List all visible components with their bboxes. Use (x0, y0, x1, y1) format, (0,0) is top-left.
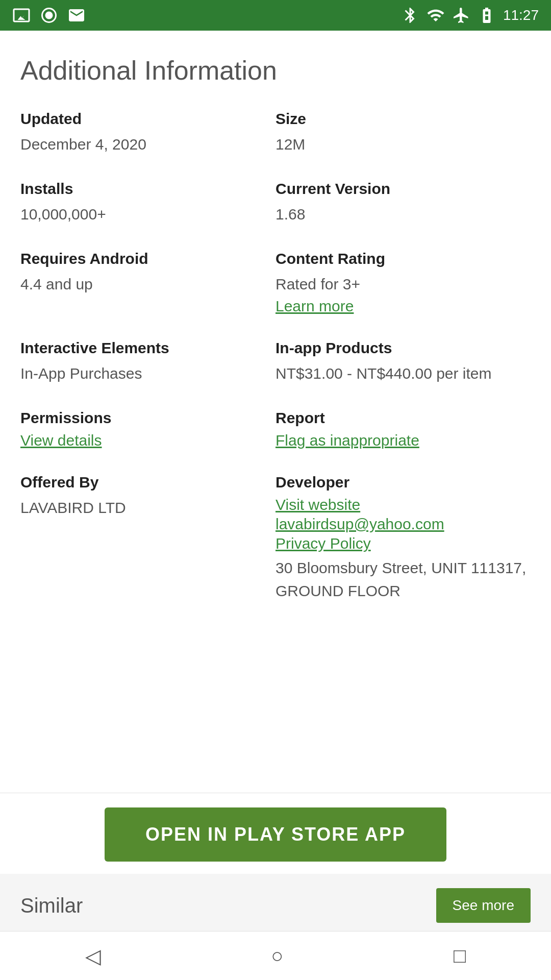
bluetooth-icon (401, 6, 419, 24)
current-version-cell: Current Version 1.68 (276, 180, 531, 250)
home-nav-icon[interactable]: ○ (271, 944, 283, 967)
interactive-elements-cell: Interactive Elements In-App Purchases (20, 339, 276, 409)
size-value: 12M (276, 133, 531, 156)
permissions-label: Permissions (20, 409, 276, 427)
current-version-label: Current Version (276, 180, 531, 198)
flag-inappropriate-link[interactable]: Flag as inappropriate (276, 432, 531, 449)
back-nav-icon[interactable]: ◁ (85, 944, 101, 968)
developer-address: 30 Bloomsbury Street, UNIT 111317, GROUN… (276, 556, 531, 602)
nav-bar: ◁ ○ □ (0, 931, 551, 980)
svg-point-1 (45, 12, 53, 19)
info-grid: Updated December 4, 2020 Size 12M Instal… (20, 110, 531, 627)
content-rating-value: Rated for 3+ (276, 273, 531, 296)
status-bar: 11:27 (0, 0, 551, 31)
status-time: 11:27 (503, 7, 539, 23)
status-bar-right: 11:27 (401, 6, 539, 24)
status-bar-left (12, 6, 86, 24)
page-title: Additional Information (20, 55, 531, 86)
visit-website-link[interactable]: Visit website (276, 496, 531, 513)
recents-nav-icon[interactable]: □ (454, 944, 466, 967)
installs-label: Installs (20, 180, 276, 198)
learn-more-link[interactable]: Learn more (276, 298, 531, 315)
size-label: Size (276, 110, 531, 128)
interactive-elements-value: In-App Purchases (20, 362, 276, 385)
size-cell: Size 12M (276, 110, 531, 180)
wifi-icon (427, 6, 445, 24)
developer-label: Developer (276, 474, 531, 491)
view-details-link[interactable]: View details (20, 432, 276, 449)
battery-icon (478, 6, 496, 24)
content-rating-cell: Content Rating Rated for 3+ Learn more (276, 250, 531, 339)
see-more-button[interactable]: See more (436, 888, 531, 923)
airplane-icon (452, 6, 470, 24)
open-in-play-store-button[interactable]: OPEN IN PLAY STORE APP (105, 807, 446, 862)
similar-row: Similar See more (0, 874, 551, 931)
offered-by-cell: Offered By LAVABIRD LTD (20, 474, 276, 627)
requires-android-cell: Requires Android 4.4 and up (20, 250, 276, 339)
permissions-cell: Permissions View details (20, 409, 276, 474)
requires-android-label: Requires Android (20, 250, 276, 267)
open-button-container: OPEN IN PLAY STORE APP (0, 793, 551, 874)
similar-label: Similar (20, 894, 83, 917)
installs-value: 10,000,000+ (20, 203, 276, 226)
updated-label: Updated (20, 110, 276, 128)
mail-icon (67, 6, 86, 24)
inapp-products-cell: In-app Products NT$31.00 - NT$440.00 per… (276, 339, 531, 409)
updated-cell: Updated December 4, 2020 (20, 110, 276, 180)
offered-by-value: LAVABIRD LTD (20, 496, 276, 519)
content-rating-label: Content Rating (276, 250, 531, 267)
report-label: Report (276, 409, 531, 427)
requires-android-value: 4.4 and up (20, 273, 276, 296)
inapp-products-label: In-app Products (276, 339, 531, 357)
current-version-value: 1.68 (276, 203, 531, 226)
installs-cell: Installs 10,000,000+ (20, 180, 276, 250)
interactive-elements-label: Interactive Elements (20, 339, 276, 357)
image-icon (12, 6, 31, 24)
inapp-products-value: NT$31.00 - NT$440.00 per item (276, 362, 531, 385)
offered-by-label: Offered By (20, 474, 276, 491)
privacy-policy-link[interactable]: Privacy Policy (276, 535, 531, 552)
bottom-section: OPEN IN PLAY STORE APP Similar See more (0, 793, 551, 931)
developer-email-link[interactable]: lavabirdsup@yahoo.com (276, 516, 531, 533)
updated-value: December 4, 2020 (20, 133, 276, 156)
main-content: Additional Information Updated December … (0, 31, 551, 793)
report-cell: Report Flag as inappropriate (276, 409, 531, 474)
circle-dot-icon (40, 6, 58, 24)
developer-cell: Developer Visit website lavabirdsup@yaho… (276, 474, 531, 627)
